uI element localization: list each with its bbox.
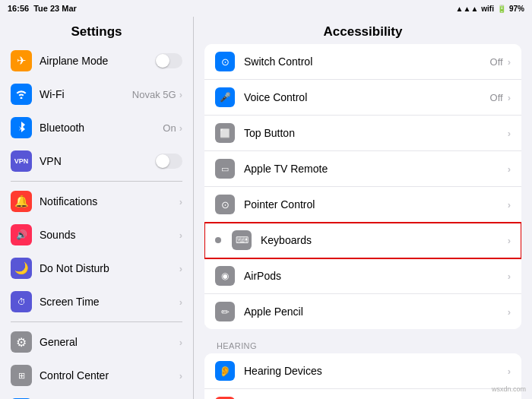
sidebar-item-dnd[interactable]: 🌙 Do Not Disturb ›	[0, 252, 193, 285]
row-sound-recognition[interactable]: 🔔 Sound Recognition Off ›	[204, 389, 521, 399]
sidebar-group-connectivity: ✈ Airplane Mode Wi-Fi Novak 5G ›	[0, 44, 193, 178]
sidebar-title: Settings	[0, 17, 193, 44]
row-pointer-control[interactable]: ⊙ Pointer Control ›	[204, 187, 521, 223]
apple-pencil-chevron: ›	[508, 306, 511, 318]
hearing-devices-chevron: ›	[508, 366, 511, 377]
switch-control-value: Off	[490, 56, 503, 68]
keyboards-label: Keyboards	[261, 234, 508, 246]
sidebar-item-bluetooth[interactable]: Bluetooth On ›	[0, 111, 193, 144]
general-chevron: ›	[179, 337, 182, 348]
wifi-chevron: ›	[179, 89, 182, 100]
airplane-icon: ✈	[11, 50, 32, 71]
row-switch-control[interactable]: ⊙ Switch Control Off ›	[204, 44, 521, 80]
row-voice-control[interactable]: 🎤 Voice Control Off ›	[204, 80, 521, 116]
notifications-icon: 🔔	[11, 191, 32, 212]
sidebar-item-general[interactable]: ⚙ General ›	[0, 325, 193, 359]
sidebar: Settings ✈ Airplane Mode Wi-Fi Novak 5G	[0, 17, 194, 399]
dnd-icon: 🌙	[11, 258, 32, 279]
screentime-chevron: ›	[179, 296, 182, 308]
notifications-label: Notifications	[40, 195, 179, 207]
vpn-label: VPN	[40, 155, 155, 167]
top-button-icon: ⬜	[215, 123, 235, 143]
voice-control-value: Off	[490, 92, 503, 103]
row-apple-tv-remote[interactable]: ▭ Apple TV Remote ›	[204, 151, 521, 187]
status-time: 16:56	[8, 4, 29, 13]
sidebar-group-system: 🔔 Notifications › 🔊 Sounds › 🌙 Do Not Di…	[0, 185, 193, 318]
airpods-label: AirPods	[244, 270, 508, 282]
airplane-label: Airplane Mode	[40, 55, 155, 67]
keyboards-dot	[215, 237, 221, 243]
apple-tv-remote-chevron: ›	[508, 163, 511, 175]
settings-group-controls: ⊙ Switch Control Off › 🎤 Voice Control O…	[204, 44, 521, 329]
signal-icon: ▲▲▲	[456, 5, 479, 13]
dnd-chevron: ›	[179, 263, 182, 274]
keyboards-chevron: ›	[508, 235, 511, 246]
sidebar-item-notifications[interactable]: 🔔 Notifications ›	[0, 185, 193, 218]
pointer-control-label: Pointer Control	[244, 198, 508, 211]
battery-label: 97%	[509, 5, 524, 13]
status-left: 16:56 Tue 23 Mar	[8, 4, 77, 13]
controlcenter-chevron: ›	[179, 370, 182, 382]
sounds-chevron: ›	[179, 230, 182, 241]
row-top-button[interactable]: ⬜ Top Button ›	[204, 116, 521, 151]
row-keyboards[interactable]: ⌨ Keyboards ›	[204, 223, 521, 258]
row-apple-pencil[interactable]: ✏ Apple Pencil ›	[204, 294, 521, 329]
row-airpods[interactable]: ◉ AirPods ›	[204, 258, 521, 294]
top-button-chevron: ›	[508, 128, 511, 139]
voice-control-label: Voice Control	[244, 91, 490, 103]
pointer-control-chevron: ›	[508, 199, 511, 211]
battery-icon: 🔋	[497, 5, 506, 13]
voice-control-chevron: ›	[508, 92, 511, 103]
voice-control-icon: 🎤	[215, 87, 235, 107]
bluetooth-icon	[11, 117, 32, 138]
hearing-devices-label: Hearing Devices	[244, 365, 508, 377]
app-container: Settings ✈ Airplane Mode Wi-Fi Novak 5G	[0, 17, 532, 399]
apple-tv-remote-label: Apple TV Remote	[244, 163, 508, 175]
sidebar-item-sounds[interactable]: 🔊 Sounds ›	[0, 218, 193, 252]
wifi-icon	[11, 84, 32, 105]
right-panel: Accessibility ⊙ Switch Control Off › 🎤 V…	[194, 17, 532, 399]
wifi-value: Novak 5G	[132, 89, 176, 100]
hearing-devices-icon: 👂	[215, 361, 235, 381]
controlcenter-label: Control Center	[40, 369, 179, 382]
sidebar-item-airplane[interactable]: ✈ Airplane Mode	[0, 44, 193, 78]
top-button-label: Top Button	[244, 127, 508, 139]
watermark: wsxdn.com	[492, 385, 526, 393]
sidebar-group-apps: ⚙ General › ⊞ Control Center › ☀ Display…	[0, 325, 193, 399]
bluetooth-label: Bluetooth	[40, 122, 163, 134]
notifications-chevron: ›	[179, 196, 182, 207]
status-date: Tue 23 Mar	[33, 4, 77, 13]
sounds-icon: 🔊	[11, 224, 32, 245]
status-right: ▲▲▲ wifi 🔋 97%	[456, 5, 524, 13]
wifi-label: Wi-Fi	[40, 88, 132, 100]
divider-2	[11, 321, 182, 322]
switch-control-label: Switch Control	[244, 55, 490, 68]
wifi-icon: wifi	[481, 5, 494, 13]
apple-pencil-label: Apple Pencil	[244, 306, 508, 318]
settings-group-hearing: 👂 Hearing Devices › 🔔 Sound Recognition …	[204, 353, 521, 399]
sidebar-item-display[interactable]: ☀ Display & Brightness ›	[0, 392, 193, 399]
airplane-toggle[interactable]	[155, 53, 182, 68]
switch-control-icon: ⊙	[215, 52, 235, 71]
vpn-icon: VPN	[11, 150, 32, 172]
pointer-control-icon: ⊙	[215, 195, 235, 214]
screentime-icon: ⏱	[11, 291, 32, 312]
apple-tv-remote-icon: ▭	[215, 159, 235, 179]
sidebar-section: ✈ Airplane Mode Wi-Fi Novak 5G ›	[0, 44, 193, 399]
airpods-icon: ◉	[215, 266, 235, 286]
divider-1	[11, 181, 182, 182]
sidebar-item-screentime[interactable]: ⏱ Screen Time ›	[0, 285, 193, 318]
keyboards-icon: ⌨	[232, 230, 252, 250]
sidebar-item-controlcenter[interactable]: ⊞ Control Center ›	[0, 359, 193, 392]
sidebar-item-vpn[interactable]: VPN VPN	[0, 144, 193, 178]
apple-pencil-icon: ✏	[215, 302, 235, 321]
general-label: General	[40, 336, 179, 348]
vpn-toggle[interactable]	[155, 154, 182, 169]
sounds-label: Sounds	[40, 229, 179, 241]
sidebar-item-wifi[interactable]: Wi-Fi Novak 5G ›	[0, 78, 193, 111]
airpods-chevron: ›	[508, 271, 511, 282]
controlcenter-icon: ⊞	[11, 365, 32, 386]
row-hearing-devices[interactable]: 👂 Hearing Devices ›	[204, 353, 521, 389]
bluetooth-value: On	[163, 122, 176, 134]
right-panel-title: Accessibility	[194, 17, 532, 44]
